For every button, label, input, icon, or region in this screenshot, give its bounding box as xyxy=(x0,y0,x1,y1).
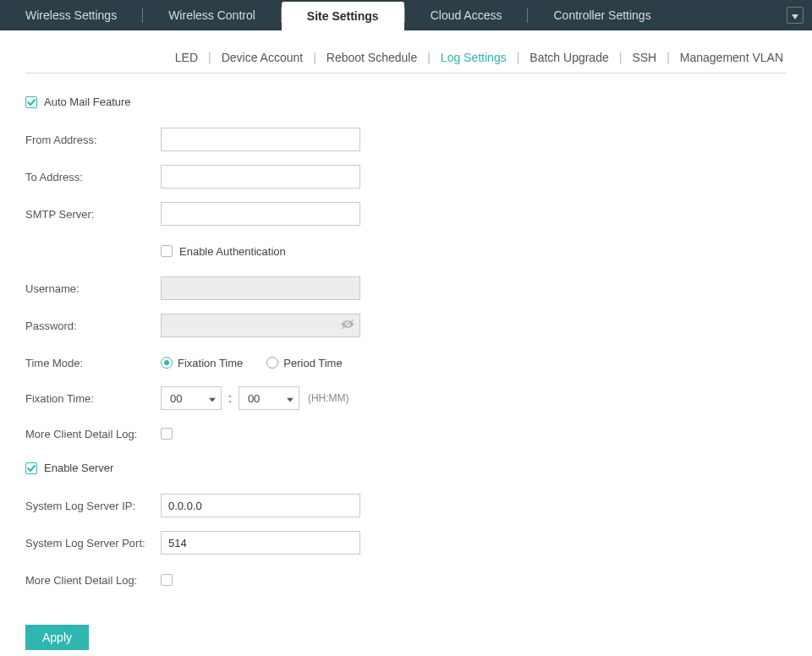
time-mode-row: Time Mode: Fixation Time Period Time xyxy=(25,350,787,375)
server-port-input[interactable] xyxy=(161,531,360,555)
tab-controller-settings[interactable]: Controller Settings xyxy=(528,0,676,30)
toggle-password-visibility[interactable] xyxy=(340,319,355,333)
time-separator: : xyxy=(222,391,239,405)
period-time-radio[interactable] xyxy=(266,357,278,369)
tab-site-settings[interactable]: Site Settings xyxy=(282,2,404,30)
password-label: Password: xyxy=(25,320,161,332)
auto-mail-label: Auto Mail Feature xyxy=(44,96,131,108)
server-ip-row: System Log Server IP: xyxy=(25,493,787,518)
to-address-label: To Address: xyxy=(25,171,161,183)
fixation-time-radio[interactable] xyxy=(161,357,173,369)
from-address-input[interactable] xyxy=(161,128,360,151)
smtp-server-row: SMTP Server: xyxy=(25,201,787,227)
smtp-server-label: SMTP Server: xyxy=(25,208,161,221)
auto-mail-checkbox[interactable] xyxy=(25,96,37,108)
tab-wireless-settings[interactable]: Wireless Settings xyxy=(0,0,142,30)
server-port-row: System Log Server Port: xyxy=(25,530,787,555)
subnav-ssh[interactable]: SSH xyxy=(628,51,660,64)
fixation-minute-select[interactable]: 00 xyxy=(239,386,299,410)
check-icon xyxy=(27,99,36,106)
more-client-detail-checkbox-2[interactable] xyxy=(161,574,173,586)
subnav-separator: | xyxy=(201,51,218,64)
subnav-batch-upgrade[interactable]: Batch Upgrade xyxy=(526,51,612,64)
subnav-management-vlan[interactable]: Management VLAN xyxy=(677,51,787,64)
check-icon xyxy=(27,465,36,472)
enable-server-checkbox[interactable] xyxy=(25,462,37,474)
time-mode-label: Time Mode: xyxy=(25,357,161,369)
enable-auth-label: Enable Authentication xyxy=(179,245,286,258)
auto-mail-row: Auto Mail Feature xyxy=(25,96,787,108)
subnav-led[interactable]: LED xyxy=(172,51,201,64)
top-nav: Wireless Settings Wireless Control Site … xyxy=(0,0,812,30)
to-address-input[interactable] xyxy=(161,165,360,189)
enable-auth-checkbox[interactable] xyxy=(161,245,173,257)
fixation-time-row: Fixation Time: 00 : 00 (HH:MM) xyxy=(25,385,787,411)
chevron-down-icon xyxy=(792,9,798,22)
server-ip-input[interactable] xyxy=(161,494,360,517)
fixation-hour-select[interactable]: 00 xyxy=(161,386,222,410)
enable-auth-row: Enable Authentication xyxy=(25,238,787,264)
check-icon xyxy=(162,248,171,254)
period-time-radio-label[interactable]: Period Time xyxy=(283,357,342,369)
subnav-separator: | xyxy=(612,51,629,64)
tab-cloud-access[interactable]: Cloud Access xyxy=(405,0,528,30)
subnav-log-settings[interactable]: Log Settings xyxy=(437,51,510,64)
radio-dot-icon xyxy=(164,360,169,365)
to-address-row: To Address: xyxy=(25,164,787,189)
nav-more-dropdown[interactable] xyxy=(787,7,804,24)
enable-server-label: Enable Server xyxy=(44,462,113,474)
eye-off-icon xyxy=(340,320,355,333)
subnav-device-account[interactable]: Device Account xyxy=(218,51,307,64)
subnav-separator: | xyxy=(306,51,323,64)
more-client-detail-row-2: More Client Detail Log: xyxy=(25,567,787,593)
password-row: Password: xyxy=(25,313,787,338)
apply-button[interactable]: Apply xyxy=(25,625,89,650)
from-address-row: From Address: xyxy=(25,127,787,152)
subnav-separator: | xyxy=(420,51,437,64)
server-ip-label: System Log Server IP: xyxy=(25,500,161,512)
password-input[interactable] xyxy=(161,314,360,337)
smtp-server-input[interactable] xyxy=(161,202,360,226)
fixation-time-radio-label[interactable]: Fixation Time xyxy=(178,357,243,369)
more-client-detail-label-2: More Client Detail Log: xyxy=(25,574,161,587)
more-client-detail-checkbox-1[interactable] xyxy=(161,428,173,440)
server-port-label: System Log Server Port: xyxy=(25,537,161,549)
chevron-down-icon xyxy=(209,392,216,405)
more-client-detail-label-1: More Client Detail Log: xyxy=(25,428,161,440)
username-label: Username: xyxy=(25,282,161,295)
sub-nav: LED | Device Account | Reboot Schedule |… xyxy=(0,30,812,73)
enable-server-row: Enable Server xyxy=(25,462,787,474)
username-row: Username: xyxy=(25,276,787,301)
subnav-reboot-schedule[interactable]: Reboot Schedule xyxy=(323,51,420,64)
fixation-time-hint: (HH:MM) xyxy=(308,392,349,404)
fixation-minute-value: 00 xyxy=(248,392,260,405)
from-address-label: From Address: xyxy=(25,134,161,146)
fixation-hour-value: 00 xyxy=(170,392,182,405)
log-settings-form: Auto Mail Feature From Address: To Addre… xyxy=(0,74,812,656)
subnav-separator: | xyxy=(660,51,677,64)
radio-dot-icon xyxy=(270,360,275,365)
chevron-down-icon xyxy=(287,392,294,405)
username-input[interactable] xyxy=(161,276,360,300)
fixation-time-label: Fixation Time: xyxy=(25,392,161,405)
tab-wireless-control[interactable]: Wireless Control xyxy=(143,0,281,30)
more-client-detail-row-1: More Client Detail Log: xyxy=(25,421,787,446)
subnav-separator: | xyxy=(510,51,527,64)
